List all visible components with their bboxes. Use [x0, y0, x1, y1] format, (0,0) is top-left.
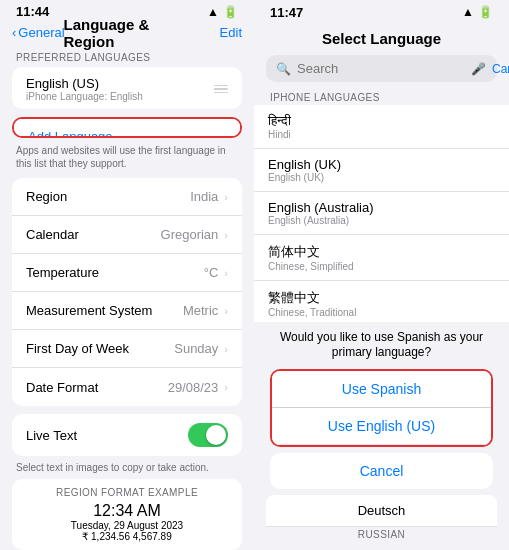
- chevron-right-icon: ›: [224, 343, 228, 355]
- battery-icon: 🔋: [223, 5, 238, 19]
- use-spanish-button[interactable]: Use Spanish: [272, 371, 491, 408]
- chinese-simplified-lang: 简体中文: [268, 243, 495, 261]
- wifi-icon: ▲: [207, 5, 219, 19]
- date-format-row[interactable]: Date Format 29/08/23 ›: [12, 368, 242, 406]
- chevron-right-icon: ›: [224, 191, 228, 203]
- english-uk-lang: English (UK): [268, 157, 495, 172]
- search-input[interactable]: [297, 61, 465, 76]
- temperature-label: Temperature: [26, 265, 204, 280]
- russian-section-label: Russian: [266, 527, 497, 542]
- languages-list: English (US) iPhone Language: English En…: [12, 67, 242, 109]
- action-buttons-group: Use Spanish Use English (US): [270, 369, 493, 447]
- chevron-left-icon: ‹: [12, 25, 16, 40]
- live-text-label: Live Text: [26, 428, 188, 443]
- page-title: Language & Region: [64, 16, 191, 50]
- language-group: हिन्दी Hindi English (UK) English (UK) E…: [254, 105, 509, 322]
- list-item[interactable]: English (UK) English (UK): [254, 149, 509, 192]
- battery-icon-right: 🔋: [478, 5, 493, 19]
- temperature-row[interactable]: Temperature °C ›: [12, 254, 242, 292]
- region-row[interactable]: Region India ›: [12, 178, 242, 216]
- region-format-box: Region Format Example 12:34 AM Tuesday, …: [12, 479, 242, 550]
- drag-handle: [214, 85, 228, 94]
- helper-text: Apps and websites will use the first lan…: [0, 140, 254, 178]
- back-button[interactable]: ‹ General: [12, 25, 65, 40]
- wifi-icon-right: ▲: [462, 5, 474, 19]
- list-item[interactable]: 繁體中文 Chinese, Traditional: [254, 281, 509, 322]
- hindi-sub: Hindi: [268, 129, 495, 140]
- region-label: Region: [26, 189, 190, 204]
- region-format-time: 12:34 AM: [26, 502, 228, 520]
- modal-title: Select Language: [254, 22, 509, 51]
- measurement-row[interactable]: Measurement System Metric ›: [12, 292, 242, 330]
- add-language-border: Add Language...: [12, 117, 242, 139]
- confirmation-box: Would you like to use Spanish as your pr…: [254, 322, 509, 550]
- confirmation-text: Would you like to use Spanish as your pr…: [266, 330, 497, 361]
- iphone-languages-label: IPHONE LANGUAGES: [254, 86, 509, 105]
- measurement-value: Metric: [183, 303, 218, 318]
- first-day-label: First Day of Week: [26, 341, 174, 356]
- chinese-traditional-lang: 繁體中文: [268, 289, 495, 307]
- deutsch-item[interactable]: Deutsch: [266, 495, 497, 527]
- region-format-title: Region Format Example: [26, 487, 228, 498]
- hindi-lang: हिन्दी: [268, 113, 495, 129]
- language-list: हिन्दी Hindi English (UK) English (UK) E…: [254, 105, 509, 322]
- region-format-date: Tuesday, 29 August 2023: [26, 520, 228, 531]
- live-text-toggle[interactable]: [188, 423, 228, 447]
- english-uk-sub: English (UK): [268, 172, 495, 183]
- add-language-button[interactable]: Add Language...: [14, 119, 240, 139]
- chinese-traditional-sub: Chinese, Traditional: [268, 307, 495, 318]
- search-bar[interactable]: 🔍 🎤 Cancel: [266, 55, 497, 82]
- right-panel: 11:47 ▲ 🔋 Select Language 🔍 🎤 Cancel IPH…: [254, 0, 509, 550]
- chevron-right-icon: ›: [224, 267, 228, 279]
- language-english-us: English (US): [26, 76, 206, 91]
- deutsch-label: Deutsch: [280, 503, 483, 518]
- chevron-right-icon: ›: [224, 229, 228, 241]
- calendar-value: Gregorian: [161, 227, 219, 242]
- measurement-label: Measurement System: [26, 303, 183, 318]
- left-panel: 11:44 ▲ 🔋 ‹ General Language & Region Ed…: [0, 0, 254, 550]
- live-text-row: Live Text: [12, 414, 242, 456]
- chevron-right-icon: ›: [224, 381, 228, 393]
- list-item[interactable]: English (Australia) English (Australia): [254, 192, 509, 235]
- status-bar-right: 11:47 ▲ 🔋: [254, 0, 509, 22]
- calendar-label: Calendar: [26, 227, 161, 242]
- time-left: 11:44: [16, 4, 49, 19]
- list-item[interactable]: English (US) iPhone Language: English: [12, 67, 242, 109]
- live-text-helper: Select text in images to copy or take ac…: [0, 460, 254, 479]
- mic-icon[interactable]: 🎤: [471, 62, 486, 76]
- cancel-button[interactable]: Cancel: [270, 453, 493, 489]
- settings-group: Region India › Calendar Gregorian › Temp…: [12, 178, 242, 406]
- english-au-lang: English (Australia): [268, 200, 495, 215]
- chinese-simplified-sub: Chinese, Simplified: [268, 261, 495, 272]
- first-day-row[interactable]: First Day of Week Sunday ›: [12, 330, 242, 368]
- use-english-button[interactable]: Use English (US): [272, 408, 491, 445]
- back-label: General: [18, 25, 64, 40]
- calendar-row[interactable]: Calendar Gregorian ›: [12, 216, 242, 254]
- search-cancel-button[interactable]: Cancel: [492, 62, 509, 76]
- temperature-value: °C: [204, 265, 219, 280]
- edit-button[interactable]: Edit: [220, 25, 242, 40]
- date-format-value: 29/08/23: [168, 380, 219, 395]
- status-icons-left: ▲ 🔋: [207, 5, 238, 19]
- english-au-sub: English (Australia): [268, 215, 495, 226]
- list-item[interactable]: 简体中文 Chinese, Simplified: [254, 235, 509, 281]
- date-format-label: Date Format: [26, 380, 168, 395]
- nav-bar-left: ‹ General Language & Region Edit: [0, 21, 254, 44]
- search-icon: 🔍: [276, 62, 291, 76]
- list-item[interactable]: हिन्दी Hindi: [254, 105, 509, 149]
- time-right: 11:47: [270, 5, 303, 20]
- first-day-value: Sunday: [174, 341, 218, 356]
- region-format-numbers: ₹ 1,234.56 4,567.89: [26, 531, 228, 542]
- chevron-right-icon: ›: [224, 305, 228, 317]
- language-english-us-sub: iPhone Language: English: [26, 91, 206, 102]
- region-value: India: [190, 189, 218, 204]
- status-icons-right: ▲ 🔋: [462, 5, 493, 19]
